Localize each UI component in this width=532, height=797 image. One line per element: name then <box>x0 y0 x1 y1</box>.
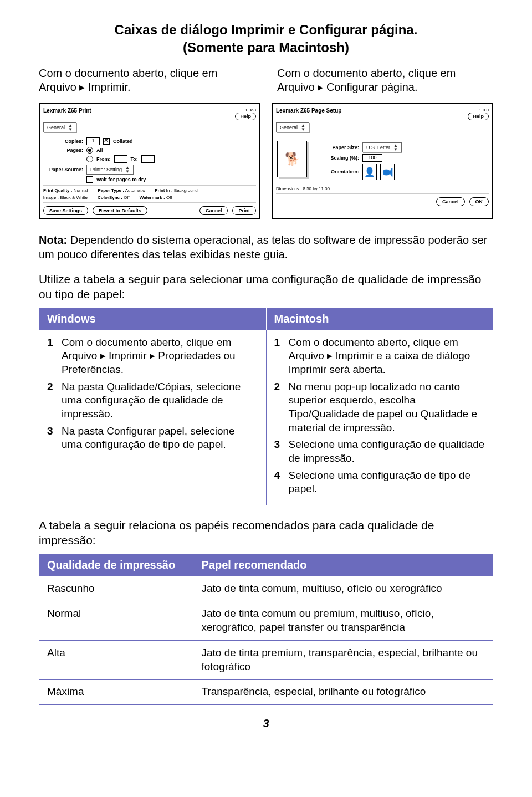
quality-cell: Rascunho <box>39 576 193 601</box>
print-button[interactable]: Print <box>232 206 256 215</box>
cs-value: Off <box>124 195 130 200</box>
print-dialog: Lexmark Z65 Print 1.0a8 Help General ▲▼ … <box>39 103 260 219</box>
to-label: To: <box>131 156 138 162</box>
pt-label: Paper Type : <box>98 188 124 193</box>
to-input[interactable] <box>141 155 155 163</box>
win-step-2: Na pasta Qualidade/Cópias, selecione uma… <box>62 380 258 421</box>
quality-cell: Alta <box>39 640 193 679</box>
setup-popup-label: General <box>280 125 298 130</box>
pages-label: Pages: <box>43 147 83 153</box>
mac-step-1: Com o documento aberto, clique em Arquiv… <box>289 336 485 377</box>
paper-cell: Jato de tinta premium, transparência, es… <box>193 640 493 679</box>
print-popup-label: General <box>47 125 65 130</box>
col-windows: Windows <box>39 308 267 330</box>
pq-label: Print Quality : <box>43 188 72 193</box>
popup-arrows-icon: ▲▼ <box>301 124 305 131</box>
ia-label: Image : <box>43 195 59 200</box>
quality-table: Qualidade de impressão Papel recomendado… <box>39 554 493 705</box>
quality-col-header: Qualidade de impressão <box>39 554 193 576</box>
portrait-icon: 👤 <box>364 167 375 177</box>
setup-dialog-title: Lexmark Z65 Page Setup <box>276 108 341 114</box>
mac-step-4: Selecione uma configuração de tipo de pa… <box>289 469 485 496</box>
pages-range-radio[interactable] <box>86 156 93 162</box>
pi-value: Background <box>174 188 198 193</box>
landscape-icon: 👤 <box>382 166 393 177</box>
print-dialog-title: Lexmark Z65 Print <box>43 108 91 114</box>
mac-step-3: Selecione uma configuração de qualidade … <box>289 438 485 465</box>
orientation-portrait-button[interactable]: 👤 <box>362 164 377 180</box>
quality-cell: Máxima <box>39 680 193 705</box>
left-intro: Com o documento aberto, clique em Arquiv… <box>39 67 255 94</box>
paper-size-value: U.S. Letter <box>366 145 390 150</box>
orientation-landscape-button[interactable]: 👤 <box>380 164 395 180</box>
popup-arrows-icon: ▲▼ <box>393 144 398 151</box>
source-popup[interactable]: Printer Setting ▲▼ <box>86 165 134 175</box>
note-body: Dependendo do sistema operacional, as te… <box>39 234 487 260</box>
save-settings-button[interactable]: Save Settings <box>43 206 88 215</box>
dog-icon: 🐕 <box>285 152 300 166</box>
mac-steps: 1Com o documento aberto, clique em Arqui… <box>274 336 485 497</box>
wm-value: Off <box>166 195 172 200</box>
pq-value: Normal <box>74 188 88 193</box>
ia-value: Black & White <box>60 195 88 200</box>
collated-label: Collated <box>113 139 133 144</box>
pages-all-radio[interactable] <box>86 147 93 154</box>
paper-cell: Transparência, especial, brilhante ou fo… <box>193 680 493 705</box>
cancel-button[interactable]: Cancel <box>436 197 465 206</box>
after-table-text: A tabela a seguir relaciona os papéis re… <box>39 518 493 548</box>
page-title-line2: (Somente para Macintosh) <box>39 40 493 55</box>
note-label: Nota: <box>39 234 67 246</box>
page-setup-dialog: Lexmark Z65 Page Setup 1.0.0 Help Genera… <box>272 103 493 219</box>
copies-label: Copies: <box>43 139 83 144</box>
paper-cell: Jato de tinta comum ou premium, multiuso… <box>193 601 493 640</box>
popup-arrows-icon: ▲▼ <box>68 124 73 131</box>
win-step-1: Com o documento aberto, clique em Arquiv… <box>62 336 258 377</box>
paper-col-header: Papel recomendado <box>193 554 493 576</box>
scaling-input[interactable]: 100 <box>362 154 382 162</box>
page-thumbnail: 🐕 <box>277 141 307 177</box>
table-row: Alta Jato de tinta premium, transparênci… <box>39 640 493 679</box>
print-general-popup[interactable]: General ▲▼ <box>43 122 76 132</box>
dimensions-text: Dimensions : 8.50 by 11.00 <box>276 186 489 191</box>
revert-button[interactable]: Revert to Defaults <box>93 206 147 215</box>
paper-size-label: Paper Size: <box>315 145 359 150</box>
page-title-line1: Caixas de diálogo Imprimir e Configurar … <box>39 22 493 38</box>
wait-checkbox[interactable] <box>86 176 93 183</box>
help-button[interactable]: Help <box>468 113 489 120</box>
from-label: From: <box>96 156 111 162</box>
wm-label: Watermark : <box>140 195 165 200</box>
page-number: 3 <box>39 717 493 730</box>
pages-all-label: All <box>96 147 103 153</box>
col-macintosh: Macintosh <box>266 308 493 330</box>
help-button[interactable]: Help <box>235 113 256 120</box>
source-value: Printer Setting <box>90 167 122 172</box>
setup-dialog-version: 1.0.0 <box>468 108 489 113</box>
paper-cell: Jato de tinta comum, multiuso, ofício ou… <box>193 576 493 601</box>
scaling-label: Scaling (%): <box>315 155 359 161</box>
windows-steps: 1Com o documento aberto, clique em Arqui… <box>47 336 258 452</box>
pi-label: Print In : <box>155 188 172 193</box>
table-row: Normal Jato de tinta comum ou premium, m… <box>39 601 493 640</box>
cancel-button[interactable]: Cancel <box>200 206 228 215</box>
paper-size-popup[interactable]: U.S. Letter ▲▼ <box>362 142 402 152</box>
ok-button[interactable]: OK <box>469 197 489 206</box>
cs-label: ColorSync : <box>98 195 122 200</box>
collated-checkbox[interactable] <box>103 138 110 145</box>
print-dialog-version: 1.0a8 <box>235 108 256 113</box>
quality-cell: Normal <box>39 601 193 640</box>
setup-general-popup[interactable]: General ▲▼ <box>276 122 309 132</box>
instructions-table: Windows Macintosh 1Com o documento abert… <box>39 308 493 506</box>
orientation-label: Orientation: <box>315 169 359 175</box>
right-intro: Com o documento aberto, clique em Arquiv… <box>277 67 493 94</box>
from-input[interactable] <box>114 155 127 163</box>
popup-arrows-icon: ▲▼ <box>125 166 130 173</box>
copies-input[interactable]: 1 <box>86 137 100 145</box>
note-text: Nota: Dependendo do sistema operacional,… <box>39 233 493 262</box>
table-intro: Utilize a tabela a seguir para seleciona… <box>39 272 493 302</box>
table-row: Máxima Transparência, especial, brilhant… <box>39 680 493 705</box>
source-label: Paper Source: <box>43 167 83 172</box>
mac-step-2: No menu pop-up localizado no canto super… <box>289 380 485 435</box>
win-step-3: Na pasta Configurar papel, selecione uma… <box>62 425 258 452</box>
pt-value: Automatic <box>125 188 145 193</box>
table-row: Rascunho Jato de tinta comum, multiuso, … <box>39 576 493 601</box>
